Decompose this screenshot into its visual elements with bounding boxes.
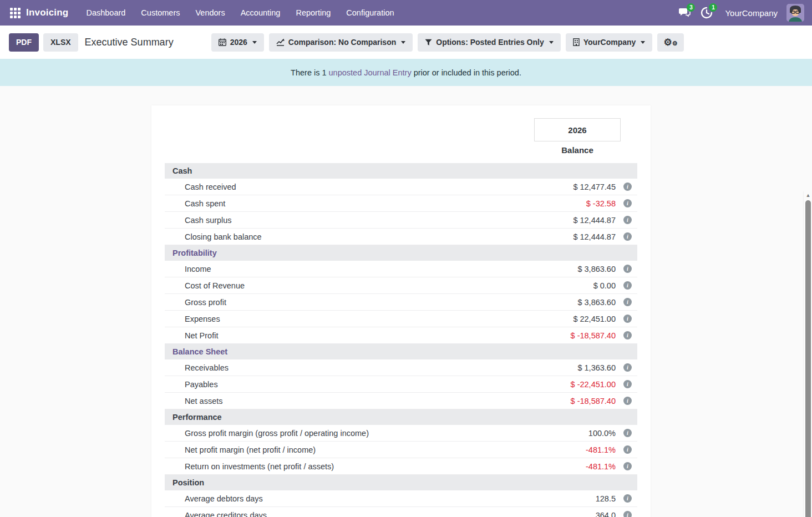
nav-item-reporting[interactable]: Reporting [288,0,338,26]
row-label: Net profit margin (net profit / income) [185,445,316,454]
activities-badge: 1 [709,3,717,12]
report-row: Receivables$ 1,363.60i [165,359,637,376]
row-value: $ 12,444.87 [573,216,616,225]
date-filter-label: 2026 [230,38,247,47]
vertical-scrollbar[interactable]: ▲ ▼ [803,191,812,517]
info-icon[interactable]: i [623,183,632,191]
row-label: Closing bank balance [185,232,262,241]
report-row: Net assets$ -18,587.40i [165,393,637,409]
company-filter-button[interactable]: YourCompany [566,33,653,52]
row-value: 100.0% [588,429,616,438]
section-header: Performance [165,409,637,425]
report-row: Gross profit margin (gross profit / oper… [165,425,637,442]
settings-button[interactable]: ⚙⚙ [657,33,683,52]
gears-icon: ⚙⚙ [663,38,677,47]
period-column-header: 2026 [534,118,621,141]
row-value: -481.1% [586,462,616,471]
info-icon[interactable]: i [623,494,632,503]
row-value: $ 1,363.60 [577,363,616,372]
section-header[interactable]: Profitability [165,245,637,261]
chevron-down-icon [641,41,645,44]
report-row: Closing bank balance$ 12,444.87i [165,229,637,245]
pdf-button[interactable]: PDF [9,33,39,52]
apps-grid-icon[interactable] [10,8,21,18]
user-avatar[interactable] [786,4,804,22]
scroll-up-icon[interactable]: ▲ [804,192,812,198]
date-filter-button[interactable]: 2026 [211,33,264,52]
row-value: $ -32.58 [586,199,616,208]
activities-clock-icon[interactable]: 1 [698,4,715,21]
info-icon[interactable]: i [623,298,632,306]
banner-text-suffix: prior or included in this period. [414,68,521,77]
row-label: Income [185,265,211,273]
row-label: Cash received [185,183,236,191]
info-icon[interactable]: i [623,511,632,517]
row-label: Average creditors days [185,511,267,517]
info-banner: There is 1 unposted Journal Entry prior … [0,59,812,86]
company-filter-label: YourCompany [583,38,636,47]
report-row: Cash received$ 12,477.45i [165,179,637,195]
report-row: Cost of Revenue$ 0.00i [165,277,637,294]
report-row: Expenses$ 22,451.00i [165,311,637,327]
filter-icon [425,39,432,46]
options-filter-button[interactable]: Options: Posted Entries Only [418,33,560,52]
row-value: $ 12,444.87 [573,232,616,241]
row-label: Average debtors days [185,494,263,503]
scrollbar-thumb[interactable] [805,200,811,517]
chevron-down-icon [252,41,257,44]
unposted-journal-entry-link[interactable]: unposted Journal Entry [329,68,412,77]
info-icon[interactable]: i [623,232,632,241]
row-label: Net Profit [185,331,218,340]
info-icon[interactable]: i [623,216,632,224]
info-icon[interactable]: i [623,265,632,273]
chevron-down-icon [401,41,405,44]
messages-badge: 3 [687,3,695,12]
row-value: $ -22,451.00 [571,380,616,389]
report-row: Gross profit$ 3,863.60i [165,294,637,311]
row-value: $ 22,451.00 [573,315,616,323]
info-icon[interactable]: i [623,363,632,372]
info-icon[interactable]: i [623,281,632,290]
report-row: Net profit margin (net profit / income)-… [165,442,637,458]
row-label: Cost of Revenue [185,281,245,290]
messages-icon[interactable]: 3 [676,4,693,21]
row-label: Gross profit margin (gross profit / oper… [185,429,369,438]
row-label: Payables [185,380,218,389]
balance-column-header: Balance [534,145,621,155]
info-icon[interactable]: i [623,445,632,454]
app-name[interactable]: Invoicing [26,7,68,18]
section-header: Position [165,475,637,490]
row-value: 128.5 [596,494,616,503]
report-row: Net Profit$ -18,587.40i [165,327,637,344]
row-label: Expenses [185,315,220,323]
nav-item-dashboard[interactable]: Dashboard [78,0,133,26]
calendar-icon [219,38,226,46]
info-icon[interactable]: i [623,199,632,207]
top-navbar: Invoicing Dashboard Customers Vendors Ac… [0,0,812,26]
xlsx-button[interactable]: XLSX [43,33,78,52]
nav-item-configuration[interactable]: Configuration [338,0,402,26]
row-label: Net assets [185,397,223,406]
info-icon[interactable]: i [623,397,632,405]
nav-item-accounting[interactable]: Accounting [233,0,288,26]
row-value: $ 3,863.60 [577,265,616,273]
info-icon[interactable]: i [623,429,632,437]
comparison-filter-button[interactable]: Comparison: No Comparison [269,33,413,52]
info-icon[interactable]: i [623,315,632,323]
page-title: Executive Summary [85,37,174,48]
company-switcher[interactable]: YourCompany [725,8,778,18]
info-icon[interactable]: i [623,331,632,339]
row-value: -481.1% [586,445,616,454]
info-icon[interactable]: i [623,462,632,470]
building-icon [573,38,580,46]
comparison-filter-label: Comparison: No Comparison [288,38,396,47]
nav-item-vendors[interactable]: Vendors [187,0,232,26]
section-header[interactable]: Balance Sheet [165,344,637,359]
info-icon[interactable]: i [623,380,632,388]
row-label: Gross profit [185,298,226,307]
report-table: CashCash received$ 12,477.45iCash spent$… [165,163,637,517]
report-row: Cash surplus$ 12,444.87i [165,212,637,229]
control-panel: PDF XLSX Executive Summary 2026 Comparis… [0,26,812,59]
row-label: Cash spent [185,199,225,208]
nav-item-customers[interactable]: Customers [133,0,187,26]
